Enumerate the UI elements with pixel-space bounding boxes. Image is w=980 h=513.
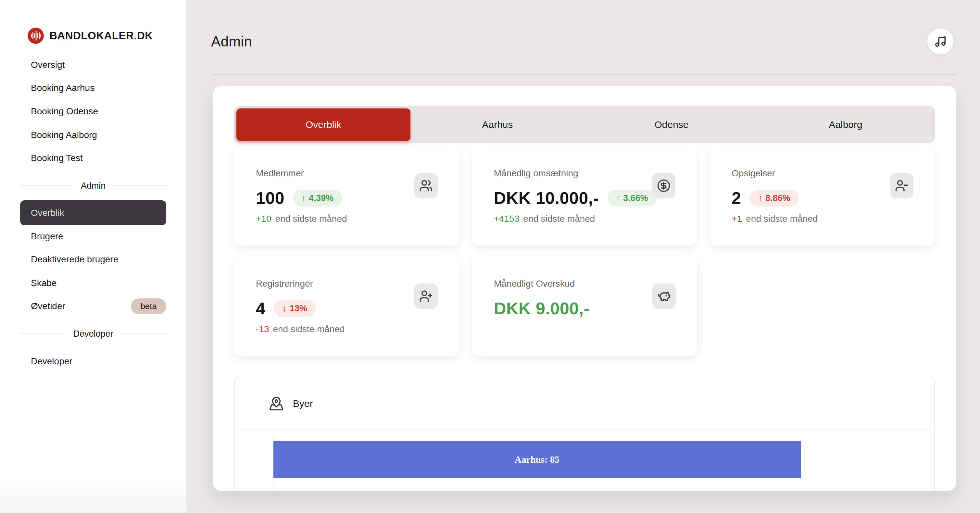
delta-value: +4153 [494,214,520,224]
stat-card-omsaetning: Månedlig omsætning DKK 10.000,- ↑3.66% +… [472,146,697,245]
stat-value: DKK 10.000,- [494,188,599,208]
delta-suffix: end sidste måned [523,214,595,224]
stat-value-green: DKK 9.000,- [494,299,590,318]
sidebar-item-oversigt[interactable]: Oversigt [20,59,166,71]
tab-aalborg[interactable]: Aalborg [759,108,932,141]
stat-card-medlemmer: Medlemmer 100 ↑4.39% +10 end sidste måne… [234,146,459,245]
sidebar-item-booking-aarhus[interactable]: Booking Aarhus [20,81,166,94]
stats-row-2: Registreringer 4 ↓13% -13 end sidste mån… [234,256,935,356]
sidebar-item-deaktiverede-brugere[interactable]: Deaktiverede brugere [20,253,166,266]
stat-subtext: +10 end sidste måned [256,214,347,224]
logo-text: BANDLOKALER.DK [49,30,153,42]
trend-pill: ↑8.86% [750,190,799,206]
sidebar-item-booking-aalborg[interactable]: Booking Aalborg [20,129,166,141]
stat-subtext: -13 end sidste måned [256,324,345,334]
trend-percent: 3.66% [623,193,648,203]
delta-value: +10 [256,214,272,224]
admin-dashboard: BANDLOKALER.DK Oversigt Booking Aarhus B… [0,0,980,513]
delta-value: -13 [256,324,269,334]
trend-pill: ↑3.66% [608,190,657,206]
stat-label: Opsigelser [732,168,775,179]
divider-line [121,334,166,334]
tab-aarhus[interactable]: Aarhus [410,108,584,141]
sidebar: BANDLOKALER.DK Oversigt Booking Aarhus B… [0,0,187,513]
delta-suffix: end sidste måned [746,214,818,224]
delta-suffix: end sidste måned [273,324,345,334]
user-plus-icon [414,283,438,309]
stat-card-overskud: Månedligt Overskud DKK 9.000,- [472,256,697,356]
beta-badge: beta [131,299,166,314]
arrow-up-icon: ↑ [758,193,763,203]
byer-chart-card: Byer Aarhus: 85 [234,376,935,491]
sidebar-section-developer: Developer [20,328,166,340]
user-minus-icon [890,173,913,199]
divider-line [20,334,66,334]
stat-label: Månedligt Overskud [494,279,575,289]
sidebar-item-label: Øvetider [31,301,65,311]
divider-line [113,186,166,186]
dollar-circle-icon [652,173,675,199]
header-divider [213,75,956,75]
byer-header: Byer [235,377,934,430]
page-title: Admin [211,33,252,50]
tab-bar: Overblik Aarhus Odense Aalborg [234,106,935,143]
users-icon [414,173,438,199]
sidebar-item-ovetider[interactable]: Øvetider beta [20,300,166,313]
trend-percent: 8.86% [765,193,791,203]
section-label: Admin [81,181,106,191]
stat-value: 4 [256,299,265,318]
stat-card-opsigelser: Opsigelser 2 ↑8.86% +1 end sidste måned [710,146,935,245]
delta-value: +1 [732,214,742,224]
tab-overblik[interactable]: Overblik [236,108,410,141]
sidebar-item-booking-test[interactable]: Booking Test [20,152,166,165]
trend-percent: 13% [290,303,307,314]
sidebar-item-skabe[interactable]: Skabe [20,276,166,290]
music-button[interactable] [928,29,953,54]
sidebar-section-admin: Admin [20,180,166,192]
arrow-up-icon: ↑ [616,193,620,203]
section-label: Developer [73,329,113,339]
stat-subtext: +1 end sidste måned [732,214,818,224]
arrow-down-icon: ↓ [282,303,287,314]
stat-label: Medlemmer [256,168,304,179]
sidebar-item-booking-odense[interactable]: Booking Odense [20,105,166,118]
bar-label: Aarhus: 85 [515,454,560,465]
sidebar-item-overblik[interactable]: Overblik [20,200,166,226]
sidebar-item-developer[interactable]: Developer [20,355,166,368]
content-panel: Overblik Aarhus Odense Aalborg Medlemmer… [213,86,956,491]
divider-line [20,186,74,186]
byer-title: Byer [293,398,313,409]
logo[interactable]: BANDLOKALER.DK [27,27,153,44]
stat-subtext: +4153 end sidste måned [494,214,595,224]
arrow-up-icon: ↑ [301,193,306,203]
trend-percent: 4.39% [309,193,334,203]
stat-label: Månedlig omsætning [494,168,578,179]
bar-aarhus[interactable]: Aarhus: 85 [274,441,801,478]
logo-waveform-icon [27,27,44,44]
trend-pill: ↓13% [274,300,316,317]
main-area: Admin Overblik Aarhus Odense Aalborg Med… [187,0,980,513]
piggy-bank-icon [652,283,676,309]
map-pin-icon [269,396,284,411]
sidebar-item-brugere[interactable]: Brugere [20,230,166,243]
tab-odense[interactable]: Odense [584,108,759,141]
stats-row-1: Medlemmer 100 ↑4.39% +10 end sidste måne… [234,146,935,245]
stat-label: Registreringer [256,279,313,289]
stat-card-registreringer: Registreringer 4 ↓13% -13 end sidste mån… [234,256,459,356]
stat-value: 2 [732,188,741,208]
stat-value: 100 [256,188,285,208]
music-note-icon [934,35,947,48]
trend-pill: ↑4.39% [293,190,342,206]
logo-dot: . [134,30,137,41]
delta-suffix: end sidste måned [275,214,347,224]
